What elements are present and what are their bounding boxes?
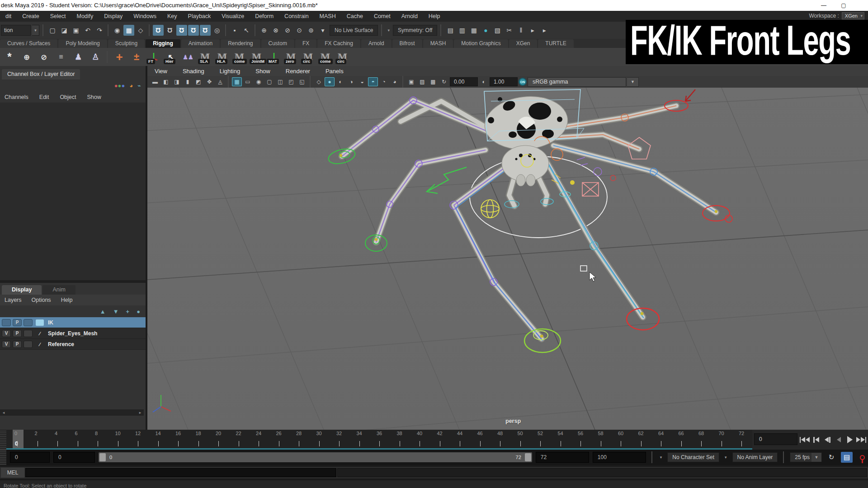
go-to-start-button[interactable] (800, 434, 810, 446)
shelf-tab[interactable]: Custom (261, 39, 294, 48)
shelf-item-Hier[interactable]: ↖Hier (163, 49, 179, 65)
select-camera-icon[interactable]: ▬ (150, 77, 160, 86)
menu-item[interactable]: Select (45, 13, 71, 19)
construction-history-icon[interactable]: ⊕ (259, 25, 269, 36)
viewport-menu-item[interactable]: Shading (183, 68, 204, 75)
shelf-item-FT[interactable]: FT (146, 49, 161, 65)
layer-visibility-toggle[interactable]: V (2, 341, 11, 348)
new-scene-icon[interactable]: ▢ (47, 25, 58, 36)
2d-pan-zoom-icon[interactable]: ✥ (204, 77, 214, 86)
ik-fk-blend-icon[interactable]: ⊗ (270, 25, 281, 36)
channel-box-tab[interactable]: Channel Box / Layer Editor (2, 69, 80, 80)
dropdown-icon[interactable]: ▾ (317, 25, 328, 36)
shelf-tab[interactable]: Rigging (146, 39, 180, 48)
oversc-icon[interactable]: ◬ (215, 77, 225, 86)
open-scene-icon[interactable]: ◪ (59, 25, 70, 36)
layer-playback-toggle[interactable]: P (13, 341, 22, 348)
drag-handle[interactable] (0, 450, 6, 465)
menu-item[interactable]: Key (162, 13, 183, 19)
save-scene-icon[interactable]: ▣ (71, 25, 81, 36)
layer-editor-tab-anim[interactable]: Anim (42, 285, 75, 295)
3d-scene[interactable] (147, 88, 868, 430)
scroll-right-icon[interactable]: ▸ (137, 409, 144, 416)
layer-visibility-toggle[interactable]: V (2, 330, 11, 337)
channel-box-menu-item[interactable]: Show (87, 94, 101, 100)
channel-box-menu-item[interactable]: Channels (5, 94, 28, 100)
maximize-button[interactable]: ▢ (835, 0, 853, 11)
exposure-icon[interactable]: ↻ (439, 77, 449, 86)
layer-row[interactable]: VP∕Reference (0, 339, 146, 350)
skeleton[interactable]: ≡ (53, 49, 69, 65)
xray-icon[interactable]: ▨ (417, 77, 427, 86)
render-frame-icon[interactable]: ▤ (445, 25, 456, 36)
xray-joints-icon[interactable]: ▩ (428, 77, 438, 86)
chevron-down-icon[interactable]: ▾ (386, 28, 392, 33)
field-chart-icon[interactable]: ◫ (275, 77, 285, 86)
chevron-down-icon[interactable]: ▾ (32, 25, 39, 36)
shelf-item-SLA[interactable]: MSLA (198, 49, 213, 65)
render-view-icon[interactable]: ● (480, 25, 491, 36)
constraint-icon[interactable]: ⊙ (294, 25, 305, 36)
shelf-item-JointM[interactable]: MJointM (249, 49, 264, 65)
layer-editor-menu-item[interactable]: Layers (5, 297, 22, 303)
playback-start-field[interactable]: 0 (53, 452, 95, 463)
speed-icon[interactable]: ◕ (129, 82, 133, 89)
menu-item[interactable]: Arnold (396, 13, 423, 19)
minimize-button[interactable]: — (815, 0, 833, 11)
collapse-icon[interactable]: ▸ (527, 25, 538, 36)
menu-item[interactable]: MASH (314, 13, 341, 19)
menu-item[interactable]: Deform (250, 13, 279, 19)
light-editor-icon[interactable]: ✂ (504, 25, 514, 36)
safe-action-icon[interactable]: ◰ (286, 77, 296, 86)
ik-handle[interactable]: ⊘ (36, 49, 52, 65)
step-back-key-button[interactable] (811, 434, 821, 446)
viewport-menu-item[interactable]: Panels (326, 68, 344, 75)
channel-box-menu-item[interactable]: Edit (39, 94, 49, 100)
viewport-menu-item[interactable]: Lighting (220, 68, 241, 75)
shelf-item-HLA[interactable]: MHLA (215, 49, 230, 65)
lock-icon[interactable]: ▪ (229, 25, 240, 36)
live-surface-field[interactable]: No Live Surface (330, 25, 378, 36)
menu-item[interactable]: Playback (183, 13, 217, 19)
menu-set-selector[interactable]: tion (1, 25, 31, 36)
shelf-item-come[interactable]: Mcome (318, 49, 333, 65)
play-backward-button[interactable] (834, 434, 844, 446)
node-color-icon[interactable]: ●●● (114, 82, 125, 89)
select-component-icon[interactable]: ◇ (135, 25, 146, 36)
shelf-tab[interactable]: Animation (181, 39, 220, 48)
selection-cursor-icon[interactable]: ↖ (241, 25, 252, 36)
layer-extra-toggle[interactable] (24, 319, 33, 326)
menu-item[interactable]: Cache (341, 13, 368, 19)
go-to-end-button[interactable] (856, 434, 866, 446)
menu-item[interactable]: dit (0, 13, 17, 19)
animation-end-field[interactable]: 100 (593, 452, 646, 463)
layer-extra-toggle[interactable] (24, 341, 33, 348)
pause-icon[interactable]: ‖ (515, 25, 526, 36)
shelf-tab[interactable]: Sculpting (108, 39, 145, 48)
shelf-tab[interactable]: Bifrost (392, 39, 422, 48)
viewport-menu-item[interactable]: Show (255, 68, 270, 75)
shaded-icon[interactable]: ● (325, 77, 335, 86)
timeline-ruler[interactable]: 0 02468101214161820222426283032343638404… (6, 430, 752, 450)
shadows-icon[interactable]: ◒ (357, 77, 367, 86)
range-end-handle[interactable] (525, 453, 531, 461)
multisample-icon[interactable]: ◕ (390, 77, 400, 86)
auto-keyframe-toggle[interactable] (856, 452, 868, 463)
exposure-field[interactable]: 0.00 (450, 77, 478, 86)
film-gate-icon[interactable]: ▭ (243, 77, 253, 86)
grid-icon[interactable]: ▦ (232, 77, 242, 86)
shelf-tab[interactable]: FX (295, 39, 316, 48)
animation-preferences-icon[interactable]: ▤ (841, 452, 853, 463)
layer-playback-toggle[interactable]: P (13, 319, 22, 326)
resolution-gate-icon[interactable]: ◉ (254, 77, 264, 86)
safe-title-icon[interactable]: ◱ (297, 77, 307, 86)
layer-playback-toggle[interactable]: P (13, 330, 22, 337)
snap-view-icon[interactable]: Ω (200, 25, 211, 36)
orange-joint-link[interactable]: ± (129, 49, 144, 65)
graph-icon[interactable]: ⌁ (137, 82, 141, 89)
viewport-menu-item[interactable]: Renderer (286, 68, 310, 75)
shelf-tab[interactable]: Rendering (221, 39, 260, 48)
select-hierarchy-icon[interactable]: ◉ (112, 25, 123, 36)
symmetry-field[interactable]: Symmetry: Off (393, 25, 437, 36)
snap-point-icon[interactable]: Ω (176, 25, 187, 36)
